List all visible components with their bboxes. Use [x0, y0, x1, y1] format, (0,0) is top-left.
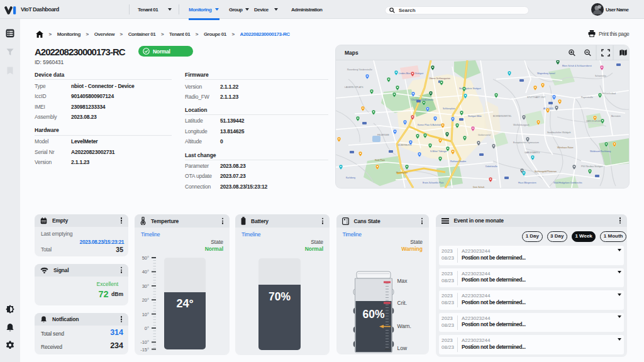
- svg-text:STUTTGART OST: STUTTGART OST: [527, 96, 546, 99]
- svg-text:Wald Hedypfann Dombrechts: Wald Hedypfann Dombrechts: [553, 182, 582, 184]
- svg-text:Schwietzke: Schwietzke: [595, 75, 606, 77]
- svg-text:Erwin-Schoettle-Platz: Erwin-Schoettle-Platz: [423, 182, 444, 184]
- svg-text:PSV Neubau Stuttgart: PSV Neubau Stuttgart: [581, 165, 602, 168]
- svg-text:Höhenfreibad: Höhenfreibad: [602, 92, 616, 95]
- svg-text:Waldraum Rachkweg: Waldraum Rachkweg: [590, 150, 611, 153]
- svg-text:LÄGERN VIPLATS: LÄGERN VIPLATS: [345, 86, 364, 89]
- svg-text:Dein Schuh: Dein Schuh: [473, 186, 484, 188]
- svg-text:-10°: -10°: [140, 339, 149, 345]
- svg-text:Gerberviertel: Gerberviertel: [478, 134, 491, 136]
- svg-text:60%: 60%: [362, 308, 384, 321]
- svg-text:Weißenburgpark: Weißenburgpark: [513, 124, 530, 126]
- svg-text:Rosenberg/ Seidenstraße: Rosenberg/ Seidenstraße: [347, 69, 372, 71]
- svg-text:Schlossgold Plürierran: Schlossgold Plürierran: [535, 170, 557, 173]
- svg-text:BOHNENVIERTEL: BOHNENVIERTEL: [493, 115, 512, 118]
- svg-text:Charlotte Landesmuse: Charlotte Landesmuse: [411, 99, 433, 101]
- svg-text:0°: 0°: [145, 326, 149, 331]
- svg-text:FEUERSEE: FEUERSEE: [377, 134, 390, 136]
- svg-text:Schlossplatz: Schlossplatz: [443, 107, 455, 110]
- svg-text:Marienplatz: Marienplatz: [396, 172, 408, 174]
- svg-text:10°: 10°: [142, 312, 149, 317]
- svg-text:Stuttgart Mitte: Stuttgart Mitte: [468, 115, 482, 118]
- svg-text:Karlsberg: Karlsberg: [346, 177, 355, 179]
- svg-text:Dobelstraße: Dobelstraße: [486, 165, 497, 168]
- svg-text:Wirtshaus Ratze: Wirtshaus Ratze: [557, 146, 574, 149]
- svg-text:Kemer Platz S-Bahnhöfe: Kemer Platz S-Bahnhöfe: [418, 124, 442, 126]
- svg-text:Hald Platz: Hald Platz: [375, 159, 385, 162]
- svg-text:50°: 50°: [142, 255, 149, 261]
- svg-text:S-Mitte/ Tübinger: S-Mitte/ Tübinger: [430, 150, 448, 153]
- svg-text:Haus Mörgenstern: Haus Mörgenstern: [518, 182, 536, 184]
- svg-text:Eben Schuh & Schlauersberst: Eben Schuh & Schlauersberst: [562, 65, 592, 67]
- svg-text:SILBERBURG: SILBERBURG: [397, 144, 412, 146]
- svg-text:GEROKSRUHE: GEROKSRUHE: [586, 120, 602, 123]
- svg-text:Stadtbauhöfen Waldgeb: Stadtbauhöfen Waldgeb: [547, 131, 570, 134]
- svg-text:GABLENBERG: GABLENBERG: [525, 151, 540, 154]
- svg-text:20°: 20°: [142, 297, 149, 303]
- svg-text:Europäisches Gymnasium: Europäisches Gymnasium: [513, 141, 539, 144]
- svg-text:30°: 30°: [142, 283, 149, 289]
- svg-text:40°: 40°: [142, 269, 149, 275]
- svg-text:-15°: -15°: [140, 347, 149, 352]
- svg-text:Payerstraße: Payerstraße: [581, 96, 593, 99]
- svg-text:Wagenburg tunnel: Wagenburg tunnel: [537, 72, 555, 75]
- svg-text:Oberer Schlossgarten: Oberer Schlossgarten: [429, 77, 450, 80]
- svg-text:Rathaus Stadtm: Rathaus Stadtm: [450, 160, 466, 163]
- svg-text:Bernstein: Bernstein: [611, 115, 621, 118]
